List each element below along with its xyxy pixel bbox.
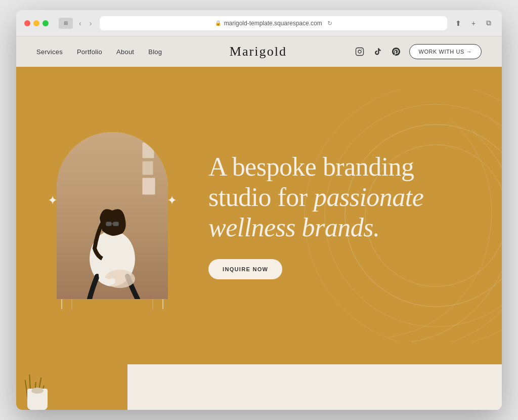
nav-links: Services Portfolio About Blog: [36, 48, 162, 56]
sidebar-toggle-button[interactable]: ⊞: [59, 18, 73, 29]
browser-nav-controls: ⊞ ‹ ›: [59, 18, 94, 29]
share-button[interactable]: ⬆: [453, 18, 463, 28]
hero-photo: [57, 132, 168, 299]
work-with-us-button[interactable]: WORK WITH US →: [409, 44, 482, 59]
nav-right: WORK WITH US →: [355, 44, 482, 59]
pinterest-icon[interactable]: [391, 47, 401, 57]
hero-italic2: wellness brands.: [208, 213, 379, 242]
bottom-left-panel: [16, 364, 127, 410]
svg-rect-10: [113, 222, 118, 226]
site-logo[interactable]: Marigold: [230, 44, 287, 59]
arch-photo-container: ✦ ✦: [47, 122, 178, 309]
inquire-button[interactable]: INQUIRE NOW: [208, 259, 282, 279]
site-nav: Services Portfolio About Blog Marigold: [16, 36, 502, 67]
nav-portfolio[interactable]: Portfolio: [77, 48, 102, 56]
svg-point-2: [361, 49, 362, 50]
svg-point-1: [358, 50, 361, 53]
address-bar[interactable]: 🔒 marigold-template.squarespace.com ↻: [100, 16, 447, 30]
traffic-lights: [24, 20, 49, 26]
sparkle-right: ✦: [167, 193, 177, 207]
hero-headline: A bespoke branding studio for passionate…: [208, 152, 471, 242]
reload-icon[interactable]: ↻: [327, 20, 332, 27]
nav-services[interactable]: Services: [36, 48, 63, 56]
bottom-section: [16, 364, 502, 410]
browser-action-buttons: ⬆ + ⧉: [453, 18, 494, 28]
browser-chrome: ⊞ ‹ › 🔒 marigold-template.squarespace.co…: [16, 10, 502, 36]
hero-italic: passionate: [314, 183, 423, 212]
svg-rect-9: [106, 222, 111, 226]
new-tab-button[interactable]: +: [468, 18, 479, 28]
nav-center: Marigold: [162, 44, 354, 59]
maximize-button[interactable]: [42, 20, 49, 26]
person-image: [57, 132, 168, 299]
hero-section: ✦ ✦ A bespoke branding studio for passio…: [16, 67, 502, 364]
minimize-button[interactable]: [33, 20, 39, 26]
url-text: marigold-template.squarespace.com: [224, 20, 322, 27]
hero-text-block: A bespoke branding studio for passionate…: [208, 152, 471, 279]
forward-button[interactable]: ›: [88, 18, 94, 28]
browser-window: ⊞ ‹ › 🔒 marigold-template.squarespace.co…: [16, 10, 502, 410]
nav-blog[interactable]: Blog: [148, 48, 162, 56]
website-content: Services Portfolio About Blog Marigold: [16, 36, 502, 410]
instagram-icon[interactable]: [355, 47, 365, 57]
svg-rect-0: [356, 48, 363, 56]
close-button[interactable]: [24, 20, 30, 26]
nav-about[interactable]: About: [116, 48, 134, 56]
bottom-right-panel: [127, 364, 502, 410]
lock-icon: 🔒: [215, 20, 221, 26]
tab-overview-button[interactable]: ⧉: [484, 18, 494, 28]
tiktok-icon[interactable]: [373, 47, 383, 57]
back-button[interactable]: ‹: [77, 18, 83, 28]
sparkle-left: ✦: [48, 193, 58, 207]
